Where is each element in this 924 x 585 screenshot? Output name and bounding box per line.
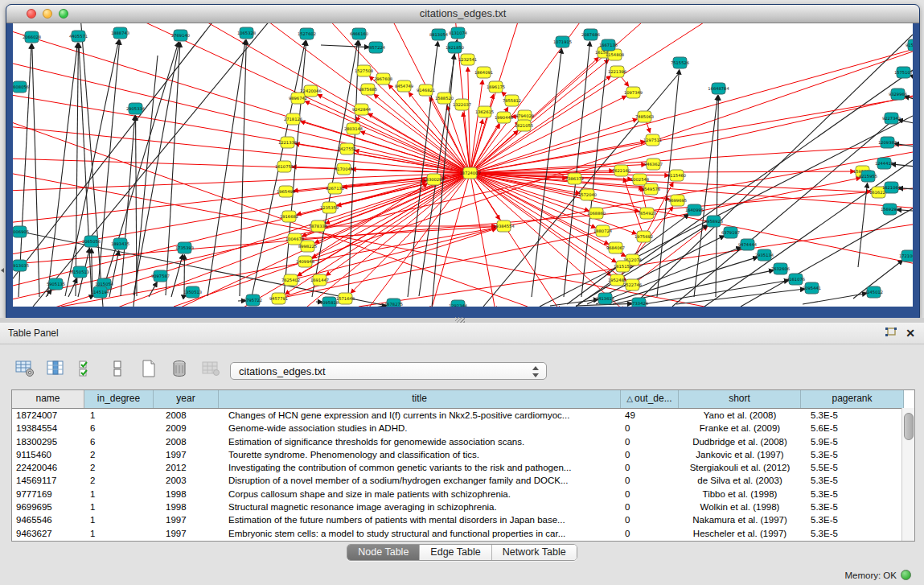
graph-node[interactable]: 1297511 <box>643 134 662 146</box>
graph-node[interactable]: 1068860 <box>587 208 606 219</box>
table-row[interactable]: 946362711997Embryonic stem cells: a mode… <box>12 527 914 540</box>
graph-node[interactable]: 7515526 <box>671 57 689 68</box>
graph-node[interactable]: 9684067 <box>606 242 625 253</box>
graph-node[interactable]: 9161076 <box>786 274 805 285</box>
graph-node[interactable]: 1696175 <box>487 81 505 93</box>
graph-node[interactable]: 2769140 <box>171 30 190 41</box>
graph-node[interactable]: 1864091 <box>474 67 493 78</box>
graph-node[interactable]: 1232541 <box>458 54 477 65</box>
graph-node[interactable]: 2905334 <box>126 103 146 114</box>
graph-node[interactable]: 1409948 <box>296 256 314 267</box>
graph-node[interactable]: 5905135 <box>47 278 65 290</box>
collapse-arrow-icon[interactable] <box>1 268 4 273</box>
graph-node[interactable]: 9227343 <box>882 113 901 124</box>
graph-node[interactable]: 1244415 <box>875 158 893 169</box>
graph-node[interactable]: 7632606 <box>771 263 790 274</box>
graph-node[interactable]: 1735393 <box>175 242 194 253</box>
black-edge[interactable] <box>716 96 718 297</box>
red-edge[interactable] <box>470 144 914 173</box>
scrollbar-thumb[interactable] <box>904 413 914 440</box>
graph-node[interactable]: 2608056 <box>13 81 29 93</box>
close-panel-icon[interactable]: ✕ <box>903 327 918 340</box>
graph-node[interactable]: 8267130 <box>326 183 344 194</box>
graph-node[interactable]: 1893435 <box>111 238 129 249</box>
graph-node[interactable]: 8454749 <box>395 80 413 92</box>
graph-node[interactable]: 1621064 <box>882 182 901 193</box>
graph-node[interactable]: 1527602 <box>298 28 316 39</box>
graph-node[interactable]: 1569293 <box>881 204 899 215</box>
graph-node[interactable]: 1795722 <box>244 295 262 306</box>
graph-node[interactable]: 9115460 <box>667 170 686 181</box>
graph-node[interactable]: 1006905 <box>13 226 29 237</box>
graph-node[interactable]: 2087686 <box>581 29 600 40</box>
graph-node[interactable]: 6379197 <box>721 227 740 238</box>
graph-node[interactable]: 1733426 <box>630 298 648 307</box>
delete-table-icon[interactable] <box>199 358 222 381</box>
tab-node-table[interactable]: Node Table <box>347 545 420 560</box>
graph-node[interactable]: 1880724 <box>593 225 613 237</box>
black-edge[interactable] <box>891 164 913 167</box>
black-edge[interactable] <box>803 294 867 304</box>
show-columns-icon[interactable] <box>44 358 67 381</box>
graph-node[interactable]: 1610755 <box>275 161 294 172</box>
graph-node[interactable]: 9457791 <box>269 293 288 304</box>
graph-node[interactable]: 1221396 <box>608 66 626 77</box>
column-header-name[interactable]: name <box>12 390 84 408</box>
graph-node[interactable]: 9146821 <box>417 84 435 96</box>
black-edge[interactable] <box>109 251 119 297</box>
table-row[interactable]: 911546021997Tourette syndrome. Phenomeno… <box>12 448 914 461</box>
black-edge[interactable] <box>858 183 868 267</box>
graph-node[interactable]: 8958923 <box>704 216 723 227</box>
red-edge[interactable] <box>13 62 470 173</box>
select-all-icon[interactable] <box>76 358 98 381</box>
column-header-title[interactable]: title <box>219 390 621 408</box>
graph-node[interactable]: 2718126 <box>284 113 302 125</box>
graph-node[interactable]: 8813054 <box>429 29 449 40</box>
graph-node[interactable]: 1292344 <box>449 300 468 307</box>
black-edge[interactable] <box>101 43 179 295</box>
graph-node[interactable]: 7857224 <box>367 42 386 53</box>
graph-node[interactable]: 1678275 <box>384 299 403 307</box>
black-edge[interactable] <box>32 44 39 297</box>
graph-node[interactable]: 1975692 <box>634 231 653 242</box>
black-edge[interactable] <box>171 255 183 297</box>
column-header-year[interactable]: year <box>154 390 219 408</box>
graph-node[interactable]: 1572040 <box>578 189 597 200</box>
graph-node[interactable]: 9463627 <box>644 159 663 170</box>
red-edge[interactable] <box>470 96 914 173</box>
graph-node[interactable]: 3913035 <box>13 260 29 271</box>
splitter-grip[interactable] <box>455 317 465 323</box>
graph-node[interactable]: 1095441 <box>803 282 821 294</box>
column-header-short[interactable]: short <box>679 390 801 408</box>
graph-node[interactable]: 1413614 <box>596 293 615 304</box>
graph-node[interactable]: 8215955 <box>859 171 877 182</box>
table-row[interactable]: 969969511998Structural magnetic resonanc… <box>12 501 914 513</box>
red-edge[interactable] <box>470 119 637 173</box>
graph-node[interactable]: 7625402 <box>281 274 300 286</box>
tab-edge-table[interactable]: Edge Table <box>420 545 491 560</box>
window-titlebar[interactable]: citations_edges.txt <box>6 5 919 23</box>
graph-node[interactable]: 9097587 <box>151 270 170 282</box>
graph-node[interactable]: 1235359 <box>320 202 339 213</box>
graph-node[interactable]: 1888743 <box>111 27 129 39</box>
graph-node[interactable]: 1527508 <box>355 65 373 76</box>
black-edge[interactable] <box>644 280 789 304</box>
table-row[interactable]: 2242004622012Investigating the contribut… <box>12 461 914 474</box>
black-edge[interactable] <box>166 43 180 295</box>
graph-node[interactable]: 7654923 <box>638 208 656 219</box>
graph-node[interactable]: 1322037 <box>453 99 471 110</box>
graph-node[interactable]: 7855812 <box>503 95 521 106</box>
graph-node[interactable]: 3875685 <box>359 84 377 95</box>
graph-node[interactable]: 1095818 <box>320 297 339 307</box>
graph-node[interactable]: 1721065 <box>899 250 913 262</box>
graph-node[interactable]: 1571648 <box>336 293 355 304</box>
table-row[interactable]: 1830029562008Estimation of significance … <box>12 435 914 448</box>
graph-node[interactable]: 1691447 <box>310 274 329 286</box>
graph-node[interactable]: 2967608 <box>374 73 392 84</box>
red-edge[interactable] <box>13 120 528 307</box>
graph-node[interactable]: 9896742 <box>289 93 307 104</box>
black-edge[interactable] <box>657 70 680 297</box>
graph-node[interactable]: 2522746 <box>623 279 642 290</box>
table-row[interactable]: 1456911722003Disruption of a novel membe… <box>12 474 914 487</box>
graph-node[interactable]: 8998225 <box>298 241 317 252</box>
